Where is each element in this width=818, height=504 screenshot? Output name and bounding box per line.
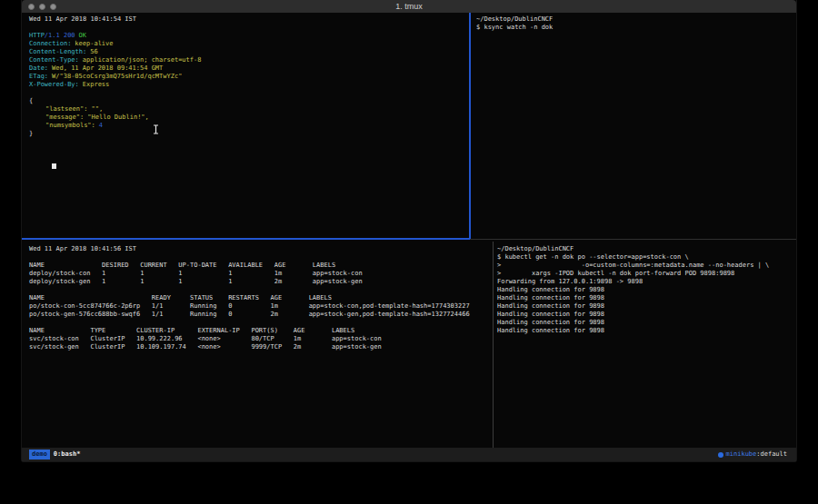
screen: 1. tmux Wed 11 Apr 2018 10:41:54 IST HTT… [0,0,818,504]
pod-table-header: NAME READY STATUS RESTARTS AGE LABELS [29,294,498,302]
service-table-header: NAME TYPE CLUSTER-IP EXTERNAL-IP PORT(S)… [29,327,498,335]
window-title-bar[interactable]: 1. tmux [22,0,796,14]
tmux-window-label[interactable]: 0:bash* [54,448,81,461]
table-row: po/stock-con-5cc874766c-2p6rp 1/1 Runnin… [29,302,498,311]
handling-connection-line: Handling connection for 9898 [497,327,797,335]
http-status-line: HTTP/1.1 200OK [29,32,474,40]
json-close-brace: } [29,130,474,138]
pane-divider-vertical[interactable] [493,242,494,448]
terminal-window: 1. tmux Wed 11 Apr 2018 10:41:54 IST HTT… [22,0,796,461]
terminal-cursor [52,163,56,169]
handling-connection-line: Handling connection for 9898 [497,311,797,319]
kube-namespace-label: :default [756,448,787,461]
http-version-code: /1.1 200 [45,32,75,39]
timestamp-line: Wed 11 Apr 2018 10:41:56 IST [29,245,498,253]
table-row: po/stock-gen-576cc688bb-swqf6 1/1 Runnin… [29,311,498,319]
http-header-line: Connection:keep-alive [29,40,474,48]
active-pane-divider-vertical[interactable] [469,13,471,239]
command-continuation-line: > -o=custom-columns=:metadata.name --no-… [497,262,797,270]
http-header-line: Content-Length:56 [29,48,474,56]
table-row: deploy/stock-gen 1 1 1 1 2m app=stock-ge… [29,278,498,286]
tmux-terminal: Wed 11 Apr 2018 10:41:54 IST HTTP/1.1 20… [22,13,796,448]
json-numsymbols-line: "numsymbols":4 [29,122,474,130]
http-status-ok: OK [79,32,86,39]
deploy-table-header: NAME DESIRED CURRENT UP-TO-DATE AVAILABL… [29,262,498,270]
handling-connection-line: Handling connection for 9898 [497,286,797,294]
pane-ksync[interactable]: ~/Desktop/DublinCNCF $ ksync watch -n do… [473,13,798,239]
forwarding-line: Forwarding from 127.0.0.1:9898 -> 9898 [497,278,797,286]
table-row: deploy/stock-con 1 1 1 1 1m app=stock-co… [29,270,498,278]
http-proto: HTTP [29,32,45,39]
pane-port-forward[interactable]: ~/Desktop/DublinCNCF $ kubectl get -n do… [494,242,797,450]
window-title: 1. tmux [22,1,796,12]
status-left: demo 0:bash* [22,448,80,461]
tmux-status-bar: demo 0:bash* minikube :default [22,448,796,461]
http-header-line: X-Powered-By:Express [29,81,474,89]
pane-divider-horizontal[interactable] [470,239,796,240]
handling-connection-line: Handling connection for 9898 [497,319,797,327]
cwd-line: ~/Desktop/DublinCNCF [497,245,797,253]
kubernetes-wheel-icon [718,452,723,458]
status-right: minikube :default [718,448,796,461]
handling-connection-line: Handling connection for 9898 [497,294,797,302]
http-header-line: Content-Type:application/json; charset=u… [29,56,474,64]
handling-connection-line: Handling connection for 9898 [497,302,797,311]
table-row: svc/stock-gen ClusterIP 10.109.197.74 <n… [29,343,498,351]
pane-kubectl-get[interactable]: Wed 11 Apr 2018 10:41:56 IST NAME DESIRE… [22,242,498,450]
json-message-line: "message": "Hello Dublin!", [29,114,474,122]
pane-http-response[interactable]: Wed 11 Apr 2018 10:41:54 IST HTTP/1.1 20… [22,13,474,239]
cwd-line: ~/Desktop/DublinCNCF [476,15,798,24]
timestamp-line: Wed 11 Apr 2018 10:41:54 IST [29,15,474,24]
json-lastseen-line: "lastseen": "", [29,105,474,114]
kube-context-label: minikube [726,448,757,461]
ksync-command-line: $ ksync watch -n dok [476,24,798,32]
table-row: svc/stock-con ClusterIP 10.99.222.96 <no… [29,335,498,343]
http-header-line: ETag:W/"38-05coCsrg3mQ75sHr1d/qcMTwYZc" [29,73,474,81]
http-header-line: Date:Wed, 11 Apr 2018 09:41:54 GMT [29,64,474,73]
tmux-session-name: demo [29,450,50,460]
command-continuation-line: > xargs -IPOD kubectl -n dok port-forwar… [497,270,797,278]
kubectl-command-line: $ kubectl get -n dok po --selector=app=s… [497,253,797,262]
json-open-brace: { [29,97,474,105]
active-pane-divider-horizontal[interactable] [22,238,470,240]
